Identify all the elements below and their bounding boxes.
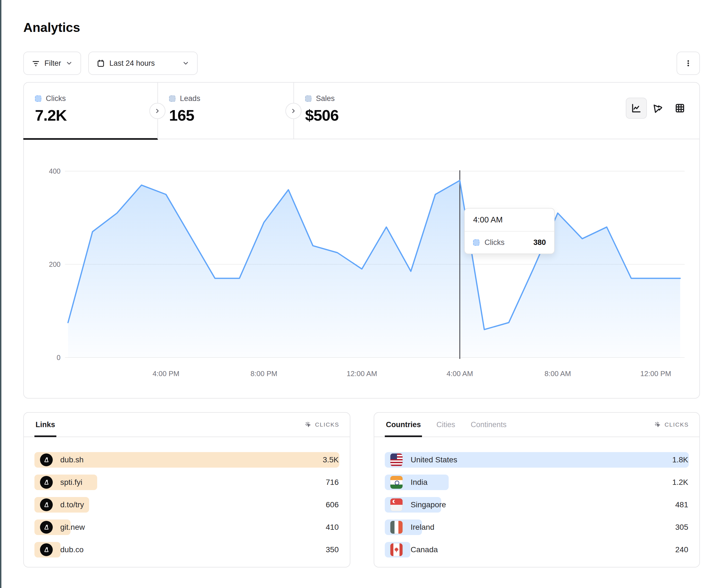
row-value: 240 [675, 542, 688, 558]
dub-logo-icon [40, 476, 53, 489]
countries-metric-label: CLICKS [665, 421, 689, 428]
sales-series-swatch [305, 95, 311, 102]
in-flag-icon [390, 476, 403, 489]
link-row[interactable]: spti.fyi716 [35, 475, 339, 490]
us-flag-icon [390, 453, 403, 466]
chevron-down-icon [66, 60, 73, 67]
country-row[interactable]: United States1.8K [385, 452, 689, 468]
row-label: Canada [411, 542, 438, 558]
sales-value: $506 [305, 106, 433, 124]
country-row[interactable]: Singapore481 [385, 497, 689, 513]
row-label: d.to/try [60, 497, 84, 513]
link-row[interactable]: d.to/try606 [35, 497, 339, 513]
sales-tab-label: Sales [316, 94, 335, 103]
tab-cities[interactable]: Cities [435, 413, 456, 436]
calendar-icon [96, 59, 105, 67]
row-value: 481 [675, 497, 688, 513]
row-value: 716 [326, 475, 339, 490]
country-row[interactable]: Canada240 [385, 542, 689, 558]
continents-tab-label: Continents [471, 421, 507, 429]
tab-countries[interactable]: Countries [385, 413, 422, 436]
table-view-button[interactable] [669, 98, 690, 119]
tooltip-time: 4:00 AM [465, 208, 554, 232]
chevron-right-icon [154, 108, 161, 114]
sg-flag-icon [390, 498, 403, 511]
tab-clicks[interactable]: Clicks 7.2K [24, 83, 157, 139]
cursor-click-icon [305, 421, 312, 428]
clicks-value: 7.2K [35, 106, 157, 124]
row-label: dub.sh [60, 452, 84, 468]
leads-series-swatch [169, 95, 175, 102]
svg-text:12:00 AM: 12:00 AM [346, 369, 377, 378]
row-label: Ireland [411, 520, 434, 535]
svg-text:4:00 AM: 4:00 AM [447, 369, 473, 378]
svg-text:0: 0 [57, 354, 61, 361]
countries-metric-toggle[interactable]: CLICKS [654, 421, 689, 428]
link-row[interactable]: dub.sh3.5K [35, 452, 339, 468]
row-value: 606 [326, 497, 339, 513]
cities-tab-label: Cities [436, 421, 455, 429]
filter-button[interactable]: Filter [23, 51, 81, 75]
tab-leads[interactable]: Leads 165 [158, 83, 294, 139]
leads-value: 165 [169, 106, 294, 124]
row-label: Singapore [411, 497, 446, 513]
links-tab-label: Links [36, 421, 55, 429]
country-row[interactable]: India1.2K [385, 475, 689, 490]
line-chart-icon [631, 103, 642, 114]
countries-rows: United States1.8KIndia1.2KSingapore481Ir… [374, 437, 699, 558]
row-value: 350 [326, 542, 339, 558]
analytics-card: Clicks 7.2K Leads 165 [23, 82, 700, 399]
dub-logo-icon [40, 498, 53, 511]
tooltip-value: 380 [533, 238, 546, 247]
expand-leads-button[interactable] [285, 103, 302, 119]
tooltip-series-swatch [473, 239, 479, 246]
row-label: spti.fyi [60, 475, 82, 490]
row-label: United States [411, 452, 457, 468]
clicks-tab-label: Clicks [46, 94, 66, 103]
svg-text:8:00 AM: 8:00 AM [544, 369, 571, 378]
countries-panel: Countries Cities Continents CLICKS Unite… [374, 412, 700, 567]
row-label: India [411, 475, 428, 490]
dub-logo-icon [40, 453, 53, 466]
country-row[interactable]: Ireland305 [385, 520, 689, 535]
svg-text:200: 200 [49, 261, 61, 268]
chart-tooltip: 4:00 AM Clicks 380 [464, 208, 555, 254]
more-options-button[interactable] [676, 51, 700, 75]
link-row[interactable]: git.new410 [35, 520, 339, 535]
row-value: 305 [675, 520, 688, 535]
area-chart-canvas: 02004004:00 PM8:00 PM12:00 AM4:00 AM8:00… [24, 140, 699, 398]
links-metric-toggle[interactable]: CLICKS [305, 421, 339, 428]
tab-links[interactable]: Links [35, 413, 56, 436]
links-metric-label: CLICKS [315, 421, 339, 428]
window-edge-strip [0, 0, 1, 588]
funnel-icon [652, 103, 664, 114]
stats-row: Clicks 7.2K Leads 165 [24, 83, 699, 139]
chevron-down-icon [182, 60, 189, 67]
row-value: 1.8K [672, 452, 688, 468]
links-panel-header: Links CLICKS [24, 413, 350, 437]
clicks-time-series-chart[interactable]: 02004004:00 PM8:00 PM12:00 AM4:00 AM8:00… [24, 140, 699, 398]
tooltip-series-label: Clicks [484, 238, 504, 247]
svg-text:4:00 PM: 4:00 PM [152, 369, 179, 378]
analytics-page: Analytics Filter Last 24 hours [0, 0, 711, 588]
tab-sales[interactable]: Sales $506 [294, 83, 433, 139]
row-value: 1.2K [672, 475, 688, 490]
date-range-button[interactable]: Last 24 hours [88, 51, 198, 75]
page-title: Analytics [23, 20, 80, 35]
countries-tab-label: Countries [386, 421, 421, 429]
tab-continents[interactable]: Continents [470, 413, 508, 436]
date-range-label: Last 24 hours [109, 59, 155, 68]
svg-text:8:00 PM: 8:00 PM [251, 369, 277, 378]
ca-flag-icon [390, 543, 403, 556]
filter-icon [31, 59, 40, 67]
filter-button-label: Filter [44, 59, 61, 68]
expand-clicks-button[interactable] [149, 103, 166, 119]
leads-tab-label: Leads [180, 94, 200, 103]
chevron-right-icon [290, 108, 297, 114]
cursor-click-icon [654, 421, 661, 428]
line-chart-view-button[interactable] [626, 98, 647, 119]
funnel-view-button[interactable] [647, 98, 669, 119]
table-grid-icon [674, 103, 686, 114]
dub-logo-icon [40, 521, 53, 534]
link-row[interactable]: dub.co350 [35, 542, 339, 558]
